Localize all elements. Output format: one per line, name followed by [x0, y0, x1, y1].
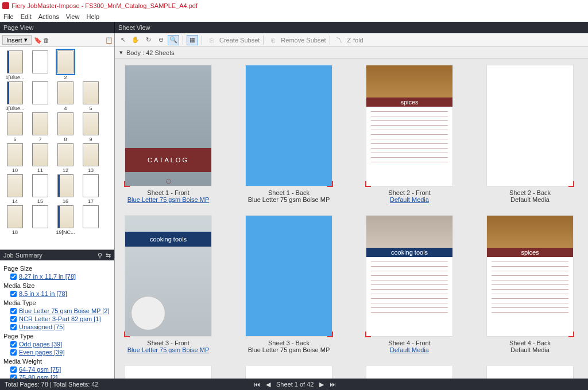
pt1-link[interactable]: Odd pages [39]: [19, 341, 62, 348]
mt1-check[interactable]: [10, 308, 17, 314]
thumb-16[interactable]: [57, 174, 74, 197]
delete-icon[interactable]: 🗑: [43, 37, 50, 44]
menu-edit[interactable]: Edit: [21, 13, 32, 20]
titlebar: Fiery JobMaster-Impose - FS300_MnM_Catal…: [0, 0, 588, 11]
sheet-4-front[interactable]: cooking tools Sheet 4 - Front Default Me…: [366, 216, 452, 353]
sheet-2-back[interactable]: Sheet 2 - Back Default Media: [487, 65, 573, 203]
prev-page-button[interactable]: ◀: [266, 381, 270, 388]
filter-icon[interactable]: ⚲: [98, 252, 102, 259]
mw2-check[interactable]: [10, 375, 17, 379]
thumb-4[interactable]: [57, 81, 74, 104]
mt1-link[interactable]: Blue Letter 75 gsm Boise MP [2]: [19, 307, 110, 314]
pt2-link[interactable]: Even pages [39]: [19, 349, 65, 356]
mt3-check[interactable]: [10, 324, 17, 330]
mt2-check[interactable]: [10, 316, 17, 322]
pointer-tool[interactable]: ↖: [117, 35, 129, 45]
thumb-3[interactable]: [7, 81, 23, 104]
sheet1f-media-link[interactable]: Blue Letter 75 gsm Boise MP: [127, 196, 209, 203]
sheet2f-media-link[interactable]: Default Media: [390, 196, 429, 203]
thumb-3b[interactable]: [32, 81, 48, 104]
thumb-2[interactable]: [57, 50, 74, 73]
thumb-5[interactable]: [83, 81, 99, 104]
sheet-1-front[interactable]: CATALOG ◯ Sheet 1 - Front Blue Letter 75…: [125, 65, 211, 203]
zfold-label[interactable]: Z-fold: [347, 37, 363, 44]
page-size-check[interactable]: [10, 274, 17, 280]
thumb-12[interactable]: [57, 143, 74, 166]
page-view-toolbar: Insert▾ 🔖 🗑 📋: [0, 33, 114, 47]
thumb-15[interactable]: [32, 174, 48, 197]
panels-header: Page View Sheet View: [0, 22, 588, 33]
page-view-header: Page View: [0, 22, 115, 33]
create-subset-label[interactable]: Create Subset: [219, 37, 260, 44]
sheet-3-front[interactable]: cooking tools Sheet 3 - Front Blue Lette…: [125, 216, 211, 353]
page-type-group: Page Type: [3, 333, 111, 340]
next-page-button[interactable]: ▶: [319, 381, 324, 388]
settings-icon[interactable]: ⇆: [106, 252, 111, 259]
thumb-19b[interactable]: [83, 205, 99, 228]
page-view-panel: Insert▾ 🔖 🗑 📋 1[Blue... 2 3[Blue... 4 5 …: [0, 33, 115, 379]
sheet-1-back[interactable]: Sheet 1 - Back Blue Letter 75 gsm Boise …: [246, 65, 332, 203]
insert-dropdown[interactable]: Insert▾: [2, 35, 32, 45]
sheet3f-media-link[interactable]: Blue Letter 75 gsm Boise MP: [127, 346, 209, 353]
thumb-19[interactable]: [57, 205, 74, 228]
thumb-7[interactable]: [32, 112, 48, 135]
zoom-in-tool[interactable]: 🔍: [168, 35, 179, 45]
media-size-link[interactable]: 8.5 in x 11 in [78]: [19, 290, 67, 297]
sheet4f-media-link[interactable]: Default Media: [390, 346, 429, 353]
zfold-icon[interactable]: 〽: [334, 35, 345, 45]
thumb-17[interactable]: [83, 174, 99, 197]
mw1-check[interactable]: [10, 366, 17, 373]
job-summary-title: Job Summary: [3, 252, 42, 259]
thumb-1[interactable]: [7, 50, 23, 73]
remove-subset-icon[interactable]: ⎗: [267, 35, 278, 45]
menu-file[interactable]: File: [3, 13, 14, 20]
page-size-group: Page Size: [3, 265, 111, 272]
thumb-13[interactable]: [83, 143, 99, 166]
body-section-header[interactable]: ▾ Body : 42 Sheets: [115, 47, 588, 58]
statusbar: Total Pages: 78 | Total Sheets: 42 ⏮ ◀ S…: [0, 379, 588, 390]
menu-actions[interactable]: Actions: [38, 13, 59, 20]
thumb-10[interactable]: [7, 143, 23, 166]
bookmark-icon[interactable]: 🔖: [34, 37, 41, 44]
sheet-2-front[interactable]: spices Sheet 2 - Front Default Media: [366, 65, 452, 203]
pt1-check[interactable]: [10, 341, 17, 348]
mw2-link[interactable]: 75-80 gsm [2]: [19, 374, 57, 379]
rotate-tool[interactable]: ↻: [142, 35, 154, 45]
menubar: File Edit Actions View Help: [0, 11, 588, 22]
hand-tool[interactable]: ✋: [130, 35, 141, 45]
thumb-9[interactable]: [83, 112, 99, 135]
mt3-link[interactable]: Unassigned [75]: [19, 323, 65, 330]
create-subset-icon[interactable]: ⎘: [206, 35, 217, 45]
menu-help[interactable]: Help: [86, 13, 99, 20]
zoom-out-tool[interactable]: ⊖: [155, 35, 167, 45]
media-type-group: Media Type: [3, 299, 111, 306]
remove-subset-label[interactable]: Remove Subset: [281, 37, 326, 44]
mt2-link[interactable]: NCR Letter 3-Part 82 gsm [1]: [19, 315, 100, 322]
sheet-4-back[interactable]: spices Sheet 4 - Back Default Media: [487, 216, 573, 353]
clipboard-icon[interactable]: 📋: [105, 37, 112, 44]
thumb-18[interactable]: [7, 205, 23, 228]
page-indicator: Sheet 1 of 42: [276, 381, 314, 388]
pt2-check[interactable]: [10, 349, 17, 356]
media-weight-group: Media Weight: [3, 358, 111, 365]
first-page-button[interactable]: ⏮: [254, 381, 260, 388]
thumb-6[interactable]: [7, 112, 23, 135]
thumb-1b[interactable]: [32, 50, 48, 73]
app-icon: [2, 2, 9, 9]
chevron-down-icon: ▾: [24, 36, 28, 44]
thumb-11[interactable]: [32, 143, 48, 166]
thumb-14[interactable]: [7, 174, 23, 197]
last-page-button[interactable]: ⏭: [330, 381, 336, 388]
thumb-8[interactable]: [57, 112, 74, 135]
thumb-18b[interactable]: [32, 205, 48, 228]
sheet-3-back[interactable]: Sheet 3 - Back Blue Letter 75 gsm Boise …: [246, 216, 332, 353]
sheet-area[interactable]: CATALOG ◯ Sheet 1 - Front Blue Letter 75…: [115, 58, 588, 379]
page-size-link[interactable]: 8.27 in x 11.7 in [78]: [19, 273, 76, 280]
mw1-link[interactable]: 64-74 gsm [75]: [19, 366, 61, 373]
media-size-check[interactable]: [10, 291, 17, 297]
thumbnails-view[interactable]: ▦: [187, 35, 198, 45]
window-title: Fiery JobMaster-Impose - FS300_MnM_Catal…: [11, 2, 198, 9]
menu-view[interactable]: View: [66, 13, 80, 20]
job-summary-panel: Job Summary ⚲ ⇆ Page Size 8.27 in x 11.7…: [0, 249, 114, 379]
thumbnail-grid[interactable]: 1[Blue... 2 3[Blue... 4 5 6 7 8 9 10 11 …: [0, 47, 114, 249]
